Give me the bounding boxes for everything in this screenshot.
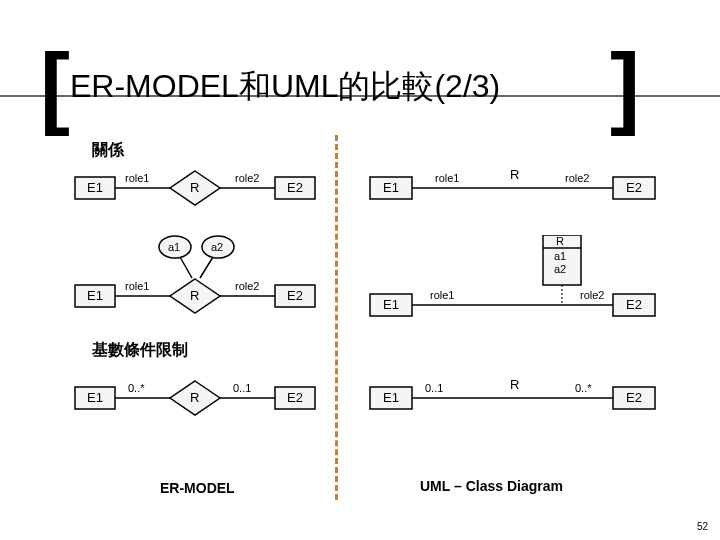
svg-text:role1: role1 [125,280,149,292]
svg-text:a1: a1 [554,250,566,262]
svg-text:R: R [190,390,199,405]
svg-text:E2: E2 [626,390,642,405]
svg-text:E2: E2 [287,390,303,405]
svg-text:E1: E1 [383,180,399,195]
er-cardinality: E1 0..* R 0..1 E2 [70,375,330,425]
svg-line-23 [200,257,213,278]
er-relation-basic: E1 role1 R role2 E2 [70,165,330,215]
subhead-cardinality: 基數條件限制 [92,340,188,361]
vertical-divider [335,135,338,500]
page-title: ER-MODEL和UML的比較(2/3) [70,65,500,109]
svg-text:0..1: 0..1 [233,382,251,394]
svg-text:role1: role1 [435,172,459,184]
svg-text:E1: E1 [383,390,399,405]
svg-text:E1: E1 [383,297,399,312]
svg-text:role2: role2 [565,172,589,184]
svg-text:a1: a1 [168,241,180,253]
svg-text:0..1: 0..1 [425,382,443,394]
svg-text:role2: role2 [235,280,259,292]
svg-text:role2: role2 [235,172,259,184]
uml-cardinality: E1 0..1 R 0..* E2 [365,375,665,425]
svg-text:a2: a2 [211,241,223,253]
svg-text:role1: role1 [125,172,149,184]
left-column-label: ER-MODEL [160,480,235,496]
svg-text:E2: E2 [626,297,642,312]
svg-text:R: R [510,167,519,182]
er-relation-attrs: a1 a2 E1 role1 R role2 E2 [70,235,330,325]
svg-text:E2: E2 [626,180,642,195]
title-block: [ ER-MODEL和UML的比較(2/3) ] [40,55,500,118]
left-bracket-icon: [ [40,55,70,118]
svg-line-22 [180,257,192,278]
svg-text:0..*: 0..* [575,382,592,394]
svg-text:E2: E2 [287,288,303,303]
svg-text:E1: E1 [87,288,103,303]
svg-text:E2: E2 [287,180,303,195]
svg-text:R: R [556,235,564,247]
svg-text:role2: role2 [580,289,604,301]
right-bracket-icon: ] [610,55,640,118]
page-number: 52 [697,521,708,532]
svg-text:E1: E1 [87,180,103,195]
uml-assoc-class: R a1 a2 E1 role1 role2 E2 [365,235,665,325]
uml-assoc-basic: E1 role1 R role2 E2 [365,165,665,215]
svg-text:R: R [510,377,519,392]
svg-text:R: R [190,288,199,303]
right-column-label: UML – Class Diagram [420,478,563,494]
svg-text:E1: E1 [87,390,103,405]
svg-text:role1: role1 [430,289,454,301]
subhead-relationship: 關係 [92,140,124,161]
svg-text:a2: a2 [554,263,566,275]
svg-text:0..*: 0..* [128,382,145,394]
svg-text:R: R [190,180,199,195]
